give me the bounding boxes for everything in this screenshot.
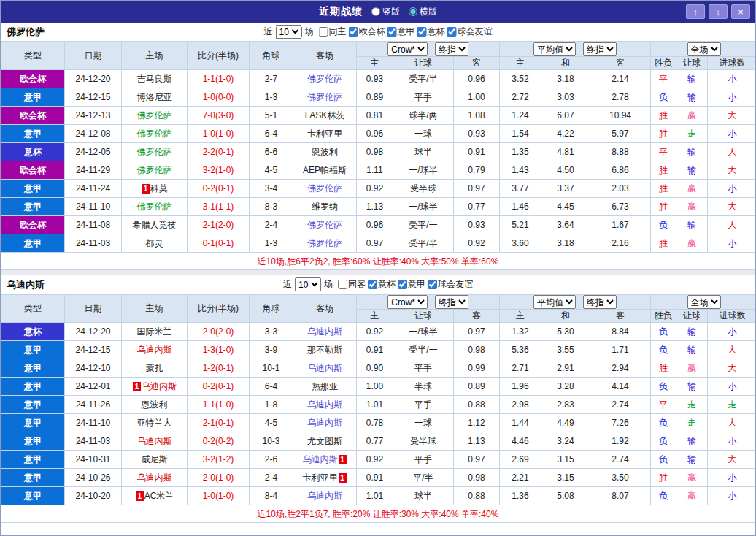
league-badge: 意甲 bbox=[1, 451, 65, 469]
match-score: 1-0(0-0) bbox=[188, 88, 250, 107]
filter-checkbox-input[interactable] bbox=[447, 27, 457, 37]
match-date: 24-10-26 bbox=[65, 469, 122, 487]
vertical-radio[interactable] bbox=[371, 7, 380, 16]
match-row: 意甲24-12-011乌迪内斯0-2(0-1)6-4热那亚1.00半球0.891… bbox=[1, 378, 756, 396]
match-date: 24-11-10 bbox=[65, 198, 122, 216]
league-badge: 意甲 bbox=[1, 414, 65, 432]
result-outcome: 平 bbox=[651, 70, 676, 88]
odds-away: 0.89 bbox=[454, 378, 500, 396]
filter-checkbox-input[interactable] bbox=[398, 280, 407, 289]
col-header-odds-handicap: 让球 bbox=[393, 310, 454, 323]
match-row: 意甲24-10-31威尼斯3-2(1-2)2-6乌迪内斯10.92平手0.972… bbox=[1, 451, 756, 469]
corner-count: 1-8 bbox=[250, 396, 293, 414]
match-row: 意甲24-12-08佛罗伦萨1-0(1-0)6-4卡利亚里0.96一球0.931… bbox=[1, 125, 756, 143]
filter-checkbox[interactable]: 意甲 bbox=[387, 26, 415, 38]
match-row: 意甲24-11-10佛罗伦萨3-1(1-1)8-3维罗纳1.13一/球半0.77… bbox=[1, 198, 756, 216]
avg-source-header: 平均值 终指 bbox=[500, 42, 651, 57]
team-name: 卡利亚里 bbox=[307, 129, 342, 139]
result-outcome: 负 bbox=[651, 378, 676, 396]
col-header-odds-away: 客 bbox=[454, 57, 500, 70]
odds-home: 0.92 bbox=[357, 323, 393, 341]
team-name: 佛罗伦萨 bbox=[1, 26, 45, 39]
layout-vertical-option[interactable]: 竖版 bbox=[371, 6, 400, 18]
corner-count: 6-4 bbox=[250, 378, 293, 396]
match-count-select[interactable]: 10 bbox=[295, 277, 321, 291]
bookmaker-select[interactable]: Crow* bbox=[387, 42, 428, 56]
match-date: 24-11-03 bbox=[65, 234, 122, 253]
avg-final-select[interactable]: 终指 bbox=[583, 42, 617, 56]
avg-home: 1.96 bbox=[500, 378, 541, 396]
filter-checkbox[interactable]: 球会友谊 bbox=[447, 26, 493, 38]
home-team: 国际米兰 bbox=[122, 323, 188, 341]
league-badge: 意甲 bbox=[1, 469, 65, 487]
league-badge: 意甲 bbox=[1, 198, 65, 216]
odds-final-select[interactable]: 终指 bbox=[435, 42, 468, 56]
filter-checkbox-input[interactable] bbox=[417, 27, 427, 37]
result-handicap: 赢 bbox=[676, 180, 708, 198]
result-outcome: 负 bbox=[651, 451, 676, 469]
average-select[interactable]: 平均值 bbox=[533, 295, 576, 309]
away-team: AEP帕福斯 bbox=[293, 161, 357, 180]
filter-checkbox-input[interactable] bbox=[387, 27, 397, 37]
handicap-line: 平手 bbox=[393, 88, 454, 107]
filter-checkbox-input[interactable] bbox=[368, 280, 377, 289]
filter-checkbox-input[interactable] bbox=[338, 280, 347, 289]
col-header-result: 胜负 bbox=[651, 57, 676, 70]
bookmaker-select[interactable]: Crow* bbox=[387, 295, 428, 309]
match-row: 意甲24-11-241科莫0-2(0-1)3-4佛罗伦萨0.92受半球0.973… bbox=[1, 180, 756, 198]
odds-away: 0.79 bbox=[454, 161, 500, 180]
team-name: 佛罗伦萨 bbox=[307, 74, 342, 84]
filter-checkbox[interactable]: 同主 bbox=[319, 26, 347, 38]
result-goals: 小 bbox=[708, 234, 756, 253]
average-select[interactable]: 平均值 bbox=[533, 42, 576, 56]
filter-checkbox[interactable]: 同客 bbox=[338, 278, 366, 291]
topbar-buttons: ↑ ↓ × bbox=[686, 4, 755, 19]
result-outcome: 胜 bbox=[651, 359, 676, 378]
league-badge: 意甲 bbox=[1, 487, 65, 505]
move-up-button[interactable]: ↑ bbox=[686, 4, 705, 19]
handicap-line: 球半/两 bbox=[393, 107, 454, 125]
filter-checkbox-input[interactable] bbox=[319, 27, 328, 37]
filter-checkbox[interactable]: 球会友谊 bbox=[428, 278, 473, 291]
close-button[interactable]: × bbox=[731, 4, 750, 19]
filter-checkbox-input[interactable] bbox=[428, 280, 437, 289]
avg-final-select[interactable]: 终指 bbox=[583, 295, 617, 309]
corner-count: 6-4 bbox=[250, 125, 293, 143]
filter-checkbox[interactable]: 意杯 bbox=[368, 278, 396, 291]
odds-final-select[interactable]: 终指 bbox=[435, 295, 468, 309]
scope-select[interactable]: 全场 bbox=[687, 42, 721, 56]
filter-checkbox-input[interactable] bbox=[349, 27, 358, 37]
horizontal-radio[interactable] bbox=[409, 7, 417, 16]
scope-header: 全场 bbox=[651, 42, 756, 57]
games-label: 场 bbox=[305, 26, 314, 38]
odds-away: 0.99 bbox=[454, 359, 500, 378]
avg-away: 5.97 bbox=[590, 125, 651, 143]
red-card-badge: 1 bbox=[133, 382, 141, 391]
result-handicap: 赢 bbox=[676, 234, 708, 253]
corner-count: 8-3 bbox=[250, 198, 293, 216]
scope-select[interactable]: 全场 bbox=[687, 295, 721, 309]
home-team: 蒙扎 bbox=[122, 359, 188, 378]
odds-home: 1.01 bbox=[357, 396, 393, 414]
odds-home: 1.00 bbox=[357, 378, 393, 396]
team-name: AEP帕福斯 bbox=[303, 165, 347, 175]
match-score: 2-0(1-0) bbox=[188, 469, 250, 487]
team-name: 恩波利 bbox=[142, 399, 168, 410]
move-down-button[interactable]: ↓ bbox=[709, 4, 728, 19]
filter-checkbox[interactable]: 欧会杯 bbox=[349, 26, 385, 38]
layout-horizontal-option[interactable]: 横版 bbox=[409, 6, 437, 18]
avg-away: 6.86 bbox=[590, 161, 651, 180]
red-card-badge: 1 bbox=[339, 455, 347, 464]
match-count-select[interactable]: 10 bbox=[276, 25, 302, 39]
match-date: 24-12-05 bbox=[65, 143, 122, 161]
handicap-line: 一/球半 bbox=[393, 198, 454, 216]
match-date: 24-10-20 bbox=[65, 487, 122, 505]
filter-checkbox[interactable]: 意杯 bbox=[417, 26, 445, 38]
vertical-radio-label: 竖版 bbox=[382, 6, 400, 18]
avg-away: 7.26 bbox=[590, 414, 651, 432]
team-name: 蒙扎 bbox=[146, 363, 163, 373]
avg-away: 4.14 bbox=[590, 378, 651, 396]
result-goals: 小 bbox=[708, 323, 756, 341]
result-outcome: 胜 bbox=[651, 180, 676, 198]
filter-checkbox[interactable]: 意甲 bbox=[398, 278, 425, 291]
